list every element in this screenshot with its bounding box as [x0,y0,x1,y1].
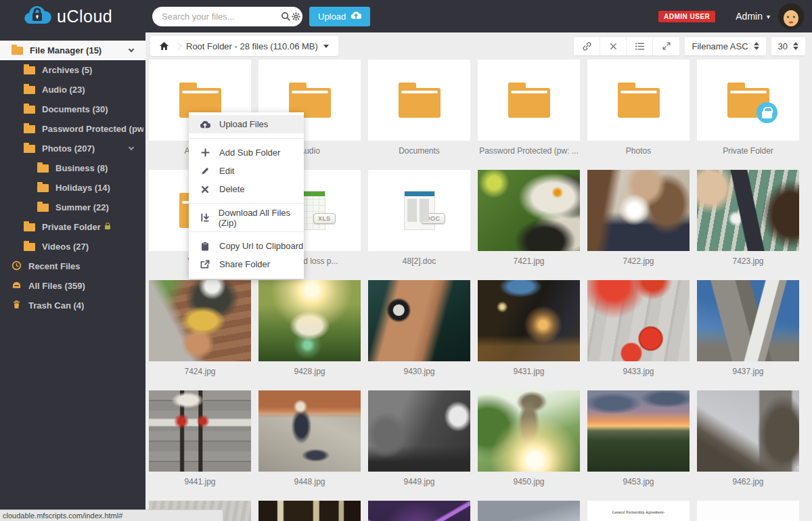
folder-card-password-protected[interactable]: Password Protected (pw: ... [478,60,580,156]
copy-link-button[interactable] [574,37,600,55]
sidebar-item-business[interactable]: Business (8) [0,158,145,178]
folder-icon [37,164,49,173]
photo-card[interactable]: 9433.jpg [587,280,690,377]
photo-card[interactable]: 9448.jpg [258,390,361,487]
document-preview-card[interactable]: General Partnership Agreement- [587,501,690,521]
sidebar-item-recent-files[interactable]: Recent Files [0,256,145,276]
sort-arrows-icon [793,42,798,50]
menu-item-label: Share Folder [219,259,270,269]
search-icon[interactable] [281,8,291,24]
sidebar-item-label: Photos (207) [42,143,95,154]
menu-item-delete[interactable]: Delete [189,180,304,198]
grid-row: 9441.jpg 9448.jpg 9449.jpg 9450.jpg 9453… [149,390,812,487]
sidebar: File Manager (15) Archives (5) Audio (23… [0,32,145,521]
breadcrumb-current-folder[interactable]: Root Folder - 28 files (110.06 MB) [186,41,338,51]
file-card-label: 9449.jpg [368,477,470,487]
sort-arrows-icon [754,42,759,50]
upload-button[interactable]: Upload [309,7,370,26]
sidebar-item-label: Password Protected (pw: p... [42,124,143,134]
sidebar-item-audio[interactable]: Audio (23) [0,80,145,99]
sidebar-item-label: Private Folder [42,222,101,232]
photo-thumbnail [697,170,799,251]
file-card-label: 7424.jpg [149,367,251,377]
sidebar-item-private-folder[interactable]: Private Folder [0,217,145,237]
sidebar-item-password-protected[interactable]: Password Protected (pw: p... [0,119,145,139]
menu-item-add-sub-folder[interactable]: Add Sub Folder [189,143,304,162]
chevron-down-icon [129,47,134,52]
sidebar-item-label: Audio (23) [42,85,85,95]
sidebar-item-file-manager[interactable]: File Manager (15) [0,41,145,60]
folder-card-photos[interactable]: Photos [587,60,690,156]
photo-card[interactable]: 9430.jpg [368,280,470,377]
menu-item-edit[interactable]: Edit [189,162,304,180]
photo-thumbnail [368,390,470,472]
photo-card[interactable] [368,501,470,521]
photo-card[interactable]: 7422.jpg [587,170,690,267]
file-card-label: Documents [368,146,470,156]
photo-card[interactable]: 7423.jpg [697,170,799,267]
sidebar-item-archives[interactable]: Archives (5) [0,60,145,80]
sidebar-item-holidays[interactable]: Holidays (14) [0,178,145,198]
photo-card[interactable] [258,501,361,521]
file-card-label: 9448.jpg [258,477,361,487]
photo-card[interactable]: 9450.jpg [478,390,580,487]
sort-order-select[interactable]: Filename ASC [685,37,765,55]
sidebar-item-documents[interactable]: Documents (30) [0,99,145,119]
folder-icon [24,145,35,153]
list-view-button[interactable] [627,37,653,55]
menu-item-label: Copy Url to Clipboard [219,241,303,251]
menu-item-copy-url[interactable]: Copy Url to Clipboard [189,237,304,255]
photo-card[interactable]: 7424.jpg [149,280,251,377]
folder-icon [24,86,35,94]
photo-thumbnail [258,390,361,472]
sidebar-item-label: Trash Can (4) [28,300,84,311]
photo-thumbnail [149,280,251,361]
sidebar-item-label: Archives (5) [42,65,92,75]
app-title: uCloud [57,7,112,26]
menu-item-label: Upload Files [219,119,268,129]
caret-down-icon: ▾ [767,13,770,20]
menu-item-download-all[interactable]: Download All Files (Zip) [189,208,304,227]
file-card-doc[interactable]: DOC 48[2].doc [368,170,470,267]
lock-icon [105,225,110,229]
sidebar-item-label: Summer (22) [55,202,109,212]
chevron-down-icon [129,145,134,150]
deselect-button[interactable] [600,37,627,55]
photo-card[interactable]: 9462.jpg [697,390,799,487]
file-card-label: 9433.jpg [587,367,690,377]
sidebar-item-videos[interactable]: Videos (27) [0,237,145,256]
trash-icon [12,300,22,312]
folder-icon [618,88,660,118]
photo-card[interactable]: 9453.jpg [587,390,690,487]
search-settings-gear-icon[interactable] [291,8,301,24]
folder-card-private-folder[interactable]: Private Folder [697,60,799,156]
menu-divider [189,203,304,204]
photo-card[interactable]: 9437.jpg [697,280,799,377]
page-size-select[interactable]: 30 [771,37,805,55]
menu-item-share-folder[interactable]: Share Folder [189,255,304,273]
sidebar-item-summer[interactable]: Summer (22) [0,198,145,217]
fullscreen-button[interactable] [653,37,679,55]
photo-card[interactable]: 9428.jpg [258,280,361,377]
menu-item-upload-files[interactable]: Upload Files [189,115,304,133]
user-menu[interactable]: Admin ▾ [736,11,770,22]
photo-card[interactable] [697,501,799,521]
app-logo[interactable]: uCloud [0,0,145,32]
user-name-label: Admin [736,11,763,22]
file-card-label: 9450.jpg [478,477,580,487]
sidebar-item-trash-can[interactable]: Trash Can (4) [0,296,145,315]
folder-icon [24,106,35,114]
user-avatar[interactable] [778,3,804,29]
sidebar-item-photos[interactable]: Photos (207) [0,139,145,158]
photo-card[interactable]: 9449.jpg [368,390,470,487]
photo-card[interactable]: 9441.jpg [149,390,251,487]
file-card-label: 9441.jpg [149,477,251,487]
search-input[interactable] [162,12,281,22]
photo-card[interactable]: 9431.jpg [478,280,580,377]
photo-card[interactable]: 7421.jpg [478,170,580,267]
folder-icon [727,88,769,118]
photo-thumbnail [258,280,361,361]
sidebar-item-all-files[interactable]: All Files (359) [0,276,145,296]
photo-card[interactable] [478,501,580,521]
folder-card-documents[interactable]: Documents [368,60,470,156]
